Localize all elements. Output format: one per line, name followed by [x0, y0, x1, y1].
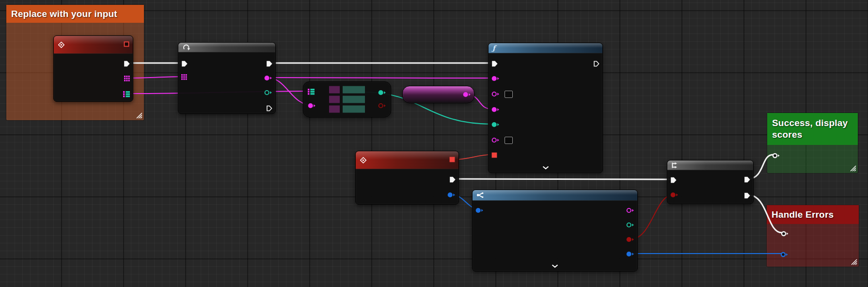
blueprint-graph-canvas[interactable]: Replace with your input Success, display…: [0, 0, 868, 287]
exec-pin-icon: [491, 61, 498, 67]
node-find[interactable]: [303, 81, 391, 117]
comment-title: Success, display scores: [772, 117, 853, 141]
pin-exec-out[interactable]: [124, 59, 130, 68]
delegate-pin-icon: [124, 41, 129, 47]
pin-map-left[interactable]: [308, 87, 315, 96]
map-pin-icon: [123, 91, 130, 97]
data-pin-icon: [491, 91, 500, 97]
pin-circle-right[interactable]: [378, 101, 386, 110]
comment-title: Replace with your input: [11, 8, 117, 20]
for-each-loop-icon: [182, 44, 190, 51]
pin-array-index[interactable]: [262, 88, 272, 97]
custom-event-icon: [58, 41, 65, 48]
pin-exec-in[interactable]: [491, 59, 498, 68]
exec-pin-icon: [744, 176, 750, 183]
pin-default-value-box[interactable]: [505, 137, 513, 144]
pin-circle-right[interactable]: [378, 88, 386, 97]
array-pin-icon: [181, 74, 187, 80]
pin-score[interactable]: [491, 120, 502, 129]
pin-metadata[interactable]: [491, 136, 513, 144]
pin-loop-body[interactable]: [264, 59, 272, 68]
node-header[interactable]: [667, 160, 753, 170]
comment-resize-handle[interactable]: [849, 164, 856, 172]
pin-array[interactable]: [181, 73, 189, 81]
wire-exec[interactable]: [452, 179, 671, 179]
collapse-chevron-icon[interactable]: [542, 163, 549, 172]
pin-circle-right[interactable]: [463, 90, 471, 99]
pin-default-value-box[interactable]: [505, 91, 513, 98]
collapse-chevron-icon[interactable]: [552, 261, 559, 270]
delegate-pin[interactable]: [449, 156, 455, 164]
pin-exec-out[interactable]: [593, 59, 600, 68]
pin-players-in-match[interactable]: [122, 74, 130, 83]
node-for-each-loop[interactable]: [178, 42, 276, 114]
pin-exec[interactable]: [181, 59, 190, 68]
node-header[interactable]: [178, 43, 275, 52]
comment-resize-handle[interactable]: [135, 112, 142, 119]
delegate-pin-icon: [491, 152, 497, 158]
function-icon: ƒ: [492, 44, 495, 52]
data-pin-icon: [308, 103, 316, 109]
reroute-node[interactable]: [781, 230, 789, 239]
node-title: [403, 86, 461, 103]
pin-on-completed-request-bp[interactable]: [491, 151, 500, 159]
exec-pin-icon: [744, 192, 750, 199]
node-submit-score[interactable]: ƒ: [488, 43, 603, 173]
comment-header[interactable]: Handle Errors: [767, 205, 859, 224]
node-header[interactable]: [54, 36, 133, 54]
data-pin-icon: [378, 90, 386, 96]
node-header[interactable]: [473, 190, 637, 201]
data-pin-icon: [491, 122, 500, 128]
map-watermark: [329, 86, 365, 113]
pin-response[interactable]: [445, 191, 456, 199]
pin-circle-left[interactable]: [308, 101, 316, 110]
comment-success-display-scores[interactable]: Success, display scores: [767, 113, 858, 173]
branch-icon: [671, 162, 679, 169]
delegate-pin[interactable]: [124, 40, 129, 49]
pin-completed[interactable]: [264, 104, 272, 112]
array-pin-icon: [124, 76, 130, 81]
reroute-node[interactable]: [780, 251, 789, 259]
pin-rank[interactable]: [624, 221, 634, 229]
pin-success[interactable]: [624, 235, 634, 244]
node-leaderboard-key[interactable]: [402, 86, 474, 103]
pin-member-id[interactable]: [491, 90, 513, 98]
data-pin-icon: [626, 222, 634, 228]
node-on-match-finished[interactable]: [53, 35, 133, 102]
pin-error-data[interactable]: [624, 250, 634, 258]
data-pin-icon: [447, 192, 456, 198]
reroute-node[interactable]: [772, 152, 780, 160]
pin-loot-locker-submit-score-response[interactable]: [475, 206, 486, 215]
exec-pin-icon: [449, 176, 456, 183]
exec-pin-icon: [266, 61, 272, 67]
custom-event-icon: [360, 157, 367, 164]
comment-header[interactable]: Success, display scores: [767, 113, 858, 145]
comment-header[interactable]: Replace with your input: [6, 5, 144, 23]
pin-exec-out[interactable]: [449, 175, 456, 184]
node-header[interactable]: [356, 151, 458, 169]
pin-condition[interactable]: [670, 191, 681, 199]
data-pin-icon: [626, 207, 634, 213]
node-header[interactable]: ƒ: [489, 43, 602, 53]
pin-array-element[interactable]: [262, 74, 272, 82]
exec-pin-icon: [593, 61, 600, 67]
data-pin-icon: [626, 251, 634, 257]
data-pin-icon: [463, 92, 471, 97]
pin-member-id[interactable]: [624, 206, 634, 215]
exec-pin-icon: [266, 105, 272, 112]
pin-false[interactable]: [742, 191, 750, 200]
pin-true[interactable]: [742, 175, 750, 184]
break-struct-icon: [476, 192, 484, 198]
pin-leaderboard-key[interactable]: [491, 105, 502, 114]
node-branch[interactable]: [667, 160, 754, 204]
wire-delegate[interactable]: [455, 155, 491, 159]
exec-pin-icon: [670, 177, 677, 183]
pin-for-player-with-ulid[interactable]: [491, 74, 502, 83]
pin-exec-in[interactable]: [670, 175, 677, 184]
pin-player-scores[interactable]: [121, 90, 130, 98]
comment-resize-handle[interactable]: [850, 258, 857, 265]
node-score-submission-finished[interactable]: [355, 151, 459, 205]
data-pin-icon: [264, 90, 272, 96]
wire-string[interactable]: [267, 78, 492, 78]
node-break-loot-locker-submit-score-response[interactable]: [472, 190, 638, 271]
